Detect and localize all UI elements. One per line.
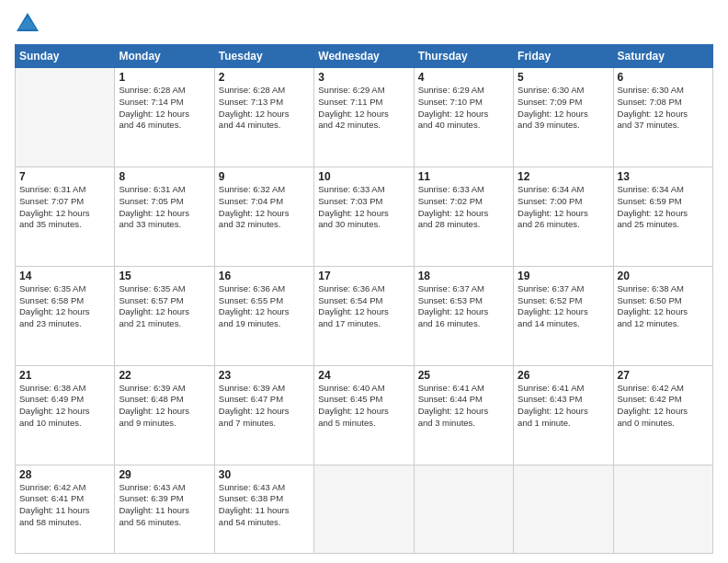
calendar-cell [314,465,414,553]
day-info: Sunrise: 6:33 AM Sunset: 7:02 PM Dayligh… [418,184,509,231]
page: SundayMondayTuesdayWednesdayThursdayFrid… [0,0,728,563]
calendar-cell: 7Sunrise: 6:31 AM Sunset: 7:07 PM Daylig… [16,167,115,266]
logo-icon [15,11,40,37]
calendar-cell: 29Sunrise: 6:43 AM Sunset: 6:39 PM Dayli… [115,465,214,553]
calendar-cell: 22Sunrise: 6:39 AM Sunset: 6:48 PM Dayli… [115,365,214,465]
calendar-cell: 14Sunrise: 6:35 AM Sunset: 6:58 PM Dayli… [16,266,115,365]
logo [15,11,44,37]
day-number: 11 [418,170,509,183]
day-number: 14 [19,270,110,282]
calendar-cell: 11Sunrise: 6:33 AM Sunset: 7:02 PM Dayli… [414,167,513,266]
day-number: 19 [518,270,609,282]
calendar-cell: 16Sunrise: 6:36 AM Sunset: 6:55 PM Dayli… [214,266,313,365]
day-number: 1 [119,71,210,84]
calendar-cell: 17Sunrise: 6:36 AM Sunset: 6:54 PM Dayli… [314,266,414,365]
calendar-cell [16,68,115,167]
calendar-cell: 10Sunrise: 6:33 AM Sunset: 7:03 PM Dayli… [314,167,414,266]
day-info: Sunrise: 6:42 AM Sunset: 6:42 PM Dayligh… [618,383,709,430]
day-info: Sunrise: 6:30 AM Sunset: 7:09 PM Dayligh… [518,85,609,132]
day-info: Sunrise: 6:42 AM Sunset: 6:41 PM Dayligh… [19,482,110,529]
day-number: 25 [418,369,509,382]
calendar-header-row: SundayMondayTuesdayWednesdayThursdayFrid… [16,45,713,68]
day-number: 3 [318,71,409,84]
day-number: 17 [318,270,409,282]
day-info: Sunrise: 6:38 AM Sunset: 6:49 PM Dayligh… [19,383,110,430]
calendar-cell [514,465,613,553]
calendar-cell: 28Sunrise: 6:42 AM Sunset: 6:41 PM Dayli… [16,465,115,553]
day-info: Sunrise: 6:38 AM Sunset: 6:50 PM Dayligh… [618,283,709,330]
calendar-cell: 27Sunrise: 6:42 AM Sunset: 6:42 PM Dayli… [613,365,712,465]
day-info: Sunrise: 6:39 AM Sunset: 6:47 PM Dayligh… [219,383,310,430]
calendar-cell: 18Sunrise: 6:37 AM Sunset: 6:53 PM Dayli… [414,266,513,365]
calendar-table: SundayMondayTuesdayWednesdayThursdayFrid… [15,44,713,554]
weekday-header: Saturday [613,45,712,68]
calendar-week-row: 1Sunrise: 6:28 AM Sunset: 7:14 PM Daylig… [16,68,713,167]
weekday-header: Wednesday [314,45,414,68]
day-number: 15 [119,270,210,282]
day-info: Sunrise: 6:36 AM Sunset: 6:55 PM Dayligh… [219,283,310,330]
calendar-cell: 5Sunrise: 6:30 AM Sunset: 7:09 PM Daylig… [514,68,613,167]
day-number: 26 [518,369,609,382]
day-info: Sunrise: 6:28 AM Sunset: 7:13 PM Dayligh… [219,85,310,132]
day-number: 28 [19,468,110,481]
day-number: 6 [618,71,709,84]
day-number: 10 [318,170,409,183]
day-info: Sunrise: 6:41 AM Sunset: 6:44 PM Dayligh… [418,383,509,430]
calendar-week-row: 14Sunrise: 6:35 AM Sunset: 6:58 PM Dayli… [16,266,713,365]
day-info: Sunrise: 6:41 AM Sunset: 6:43 PM Dayligh… [518,383,609,430]
calendar-cell: 19Sunrise: 6:37 AM Sunset: 6:52 PM Dayli… [514,266,613,365]
calendar-cell: 30Sunrise: 6:43 AM Sunset: 6:38 PM Dayli… [214,465,313,553]
day-info: Sunrise: 6:39 AM Sunset: 6:48 PM Dayligh… [119,383,210,430]
calendar-cell: 15Sunrise: 6:35 AM Sunset: 6:57 PM Dayli… [115,266,214,365]
day-number: 7 [19,170,110,183]
day-number: 16 [219,270,310,282]
day-number: 30 [219,468,310,481]
svg-marker-1 [18,17,37,29]
day-info: Sunrise: 6:40 AM Sunset: 6:45 PM Dayligh… [318,383,409,430]
day-info: Sunrise: 6:29 AM Sunset: 7:10 PM Dayligh… [418,85,509,132]
day-info: Sunrise: 6:30 AM Sunset: 7:08 PM Dayligh… [618,85,709,132]
weekday-header: Friday [514,45,613,68]
day-info: Sunrise: 6:29 AM Sunset: 7:11 PM Dayligh… [318,85,409,132]
calendar-cell: 8Sunrise: 6:31 AM Sunset: 7:05 PM Daylig… [115,167,214,266]
calendar-cell: 23Sunrise: 6:39 AM Sunset: 6:47 PM Dayli… [214,365,313,465]
day-info: Sunrise: 6:37 AM Sunset: 6:53 PM Dayligh… [418,283,509,330]
calendar-cell: 1Sunrise: 6:28 AM Sunset: 7:14 PM Daylig… [115,68,214,167]
day-number: 24 [318,369,409,382]
day-number: 20 [618,270,709,282]
day-number: 18 [418,270,509,282]
day-info: Sunrise: 6:32 AM Sunset: 7:04 PM Dayligh… [219,184,310,231]
day-info: Sunrise: 6:31 AM Sunset: 7:05 PM Dayligh… [119,184,210,231]
calendar-cell: 6Sunrise: 6:30 AM Sunset: 7:08 PM Daylig… [613,68,712,167]
day-info: Sunrise: 6:34 AM Sunset: 6:59 PM Dayligh… [618,184,709,231]
calendar-cell: 13Sunrise: 6:34 AM Sunset: 6:59 PM Dayli… [613,167,712,266]
day-info: Sunrise: 6:37 AM Sunset: 6:52 PM Dayligh… [518,283,609,330]
day-info: Sunrise: 6:28 AM Sunset: 7:14 PM Dayligh… [119,85,210,132]
weekday-header: Sunday [16,45,115,68]
day-number: 21 [19,369,110,382]
calendar-cell: 21Sunrise: 6:38 AM Sunset: 6:49 PM Dayli… [16,365,115,465]
day-number: 2 [219,71,310,84]
calendar-cell: 4Sunrise: 6:29 AM Sunset: 7:10 PM Daylig… [414,68,513,167]
day-number: 27 [618,369,709,382]
calendar-cell: 2Sunrise: 6:28 AM Sunset: 7:13 PM Daylig… [214,68,313,167]
weekday-header: Thursday [414,45,513,68]
day-info: Sunrise: 6:35 AM Sunset: 6:58 PM Dayligh… [19,283,110,330]
day-number: 13 [618,170,709,183]
day-number: 5 [518,71,609,84]
day-info: Sunrise: 6:31 AM Sunset: 7:07 PM Dayligh… [19,184,110,231]
calendar-cell [613,465,712,553]
weekday-header: Tuesday [214,45,313,68]
day-number: 9 [219,170,310,183]
day-info: Sunrise: 6:34 AM Sunset: 7:00 PM Dayligh… [518,184,609,231]
day-number: 22 [119,369,210,382]
day-info: Sunrise: 6:43 AM Sunset: 6:39 PM Dayligh… [119,482,210,529]
calendar-week-row: 21Sunrise: 6:38 AM Sunset: 6:49 PM Dayli… [16,365,713,465]
header [15,11,713,37]
calendar-week-row: 28Sunrise: 6:42 AM Sunset: 6:41 PM Dayli… [16,465,713,553]
calendar-cell: 26Sunrise: 6:41 AM Sunset: 6:43 PM Dayli… [514,365,613,465]
day-number: 29 [119,468,210,481]
day-info: Sunrise: 6:36 AM Sunset: 6:54 PM Dayligh… [318,283,409,330]
calendar-cell: 9Sunrise: 6:32 AM Sunset: 7:04 PM Daylig… [214,167,313,266]
day-info: Sunrise: 6:33 AM Sunset: 7:03 PM Dayligh… [318,184,409,231]
